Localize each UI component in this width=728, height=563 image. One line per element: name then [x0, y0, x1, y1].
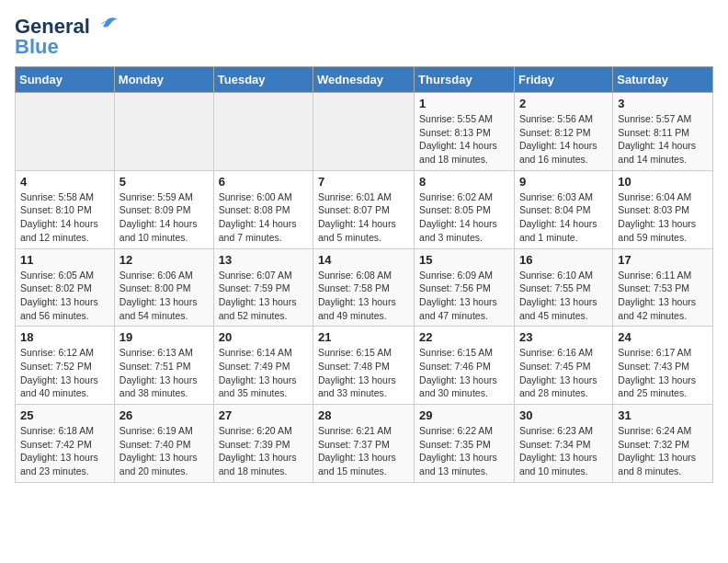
day-info: Sunrise: 5:57 AMSunset: 8:11 PMDaylight:… [618, 112, 708, 167]
day-number: 2 [519, 97, 608, 110]
day-number: 30 [519, 408, 608, 422]
calendar-day-cell: 29Sunrise: 6:22 AMSunset: 7:35 PMDayligh… [415, 405, 515, 483]
weekday-header: Monday [114, 67, 213, 93]
weekday-header: Saturday [613, 67, 713, 93]
calendar-day-cell: 20Sunrise: 6:14 AMSunset: 7:49 PMDayligh… [213, 327, 313, 405]
day-info: Sunrise: 6:09 AMSunset: 7:56 PMDaylight:… [419, 269, 509, 323]
calendar-day-cell: 26Sunrise: 6:19 AMSunset: 7:40 PMDayligh… [114, 405, 213, 483]
calendar-week-row: 18Sunrise: 6:12 AMSunset: 7:52 PMDayligh… [16, 327, 713, 405]
calendar-day-cell: 6Sunrise: 6:00 AMSunset: 8:08 PMDaylight… [213, 170, 313, 248]
day-number: 28 [318, 408, 409, 422]
day-number: 23 [519, 330, 608, 344]
day-number: 22 [419, 330, 509, 344]
calendar-day-cell: 28Sunrise: 6:21 AMSunset: 7:37 PMDayligh… [313, 405, 415, 483]
logo-blue: Blue [15, 35, 59, 59]
day-number: 18 [20, 330, 109, 344]
calendar-day-cell: 19Sunrise: 6:13 AMSunset: 7:51 PMDayligh… [114, 327, 213, 405]
calendar-day-cell: 5Sunrise: 5:59 AMSunset: 8:09 PMDaylight… [114, 170, 213, 248]
calendar-day-cell: 30Sunrise: 6:23 AMSunset: 7:34 PMDayligh… [514, 405, 612, 483]
day-info: Sunrise: 6:07 AMSunset: 7:59 PMDaylight:… [219, 269, 308, 323]
calendar-day-cell: 27Sunrise: 6:20 AMSunset: 7:39 PMDayligh… [213, 405, 313, 483]
day-info: Sunrise: 6:22 AMSunset: 7:35 PMDaylight:… [419, 424, 509, 478]
day-number: 21 [318, 330, 409, 344]
calendar-day-cell: 25Sunrise: 6:18 AMSunset: 7:42 PMDayligh… [16, 405, 115, 483]
day-info: Sunrise: 6:01 AMSunset: 8:07 PMDaylight:… [318, 190, 409, 245]
day-number: 20 [219, 330, 308, 344]
weekday-header: Wednesday [313, 67, 415, 93]
day-info: Sunrise: 6:11 AMSunset: 7:53 PMDaylight:… [618, 269, 708, 323]
day-number: 11 [20, 253, 109, 267]
day-number: 9 [519, 175, 608, 189]
day-info: Sunrise: 6:06 AMSunset: 8:00 PMDaylight:… [119, 269, 209, 323]
day-info: Sunrise: 6:08 AMSunset: 7:58 PMDaylight:… [318, 269, 409, 323]
calendar-day-cell: 16Sunrise: 6:10 AMSunset: 7:55 PMDayligh… [514, 248, 612, 327]
calendar-day-cell: 24Sunrise: 6:17 AMSunset: 7:43 PMDayligh… [613, 327, 713, 405]
day-info: Sunrise: 6:24 AMSunset: 7:32 PMDaylight:… [618, 424, 708, 478]
day-number: 12 [119, 253, 209, 267]
calendar-day-cell: 23Sunrise: 6:16 AMSunset: 7:45 PMDayligh… [514, 327, 612, 405]
day-number: 17 [618, 253, 708, 267]
calendar-week-row: 1Sunrise: 5:55 AMSunset: 8:13 PMDaylight… [16, 93, 713, 171]
calendar-day-cell: 10Sunrise: 6:04 AMSunset: 8:03 PMDayligh… [613, 170, 713, 248]
page-header: General Blue [15, 15, 713, 59]
calendar-day-cell: 1Sunrise: 5:55 AMSunset: 8:13 PMDaylight… [415, 93, 515, 171]
day-number: 19 [119, 330, 209, 344]
day-info: Sunrise: 6:03 AMSunset: 8:04 PMDaylight:… [519, 190, 608, 245]
day-info: Sunrise: 6:20 AMSunset: 7:39 PMDaylight:… [219, 424, 308, 478]
calendar-day-cell: 21Sunrise: 6:15 AMSunset: 7:48 PMDayligh… [313, 327, 415, 405]
day-number: 16 [519, 253, 608, 267]
day-info: Sunrise: 5:55 AMSunset: 8:13 PMDaylight:… [419, 112, 509, 167]
day-number: 13 [219, 253, 308, 267]
day-info: Sunrise: 6:21 AMSunset: 7:37 PMDaylight:… [318, 424, 409, 478]
calendar-day-cell: 17Sunrise: 6:11 AMSunset: 7:53 PMDayligh… [613, 248, 713, 327]
day-number: 4 [20, 175, 109, 189]
calendar-week-row: 4Sunrise: 5:58 AMSunset: 8:10 PMDaylight… [16, 170, 713, 248]
day-info: Sunrise: 6:19 AMSunset: 7:40 PMDaylight:… [119, 424, 209, 478]
calendar-day-cell: 12Sunrise: 6:06 AMSunset: 8:00 PMDayligh… [114, 248, 213, 327]
day-number: 10 [618, 175, 708, 189]
calendar-day-cell [213, 93, 313, 171]
day-info: Sunrise: 6:17 AMSunset: 7:43 PMDaylight:… [618, 346, 708, 400]
day-number: 29 [419, 408, 509, 422]
calendar-day-cell [16, 93, 115, 171]
calendar-day-cell: 18Sunrise: 6:12 AMSunset: 7:52 PMDayligh… [16, 327, 115, 405]
weekday-header: Thursday [415, 67, 515, 93]
day-info: Sunrise: 6:23 AMSunset: 7:34 PMDaylight:… [519, 424, 608, 478]
day-number: 25 [20, 408, 109, 422]
day-info: Sunrise: 6:10 AMSunset: 7:55 PMDaylight:… [519, 269, 608, 323]
calendar-table: SundayMondayTuesdayWednesdayThursdayFrid… [15, 66, 713, 483]
day-info: Sunrise: 6:13 AMSunset: 7:51 PMDaylight:… [119, 346, 209, 400]
calendar-week-row: 25Sunrise: 6:18 AMSunset: 7:42 PMDayligh… [16, 405, 713, 483]
day-number: 27 [219, 408, 308, 422]
calendar-day-cell [114, 93, 213, 171]
day-number: 6 [219, 175, 308, 189]
calendar-day-cell: 11Sunrise: 6:05 AMSunset: 8:02 PMDayligh… [16, 248, 115, 327]
day-info: Sunrise: 6:00 AMSunset: 8:08 PMDaylight:… [219, 190, 308, 245]
weekday-header: Friday [514, 67, 612, 93]
day-info: Sunrise: 6:04 AMSunset: 8:03 PMDaylight:… [618, 190, 708, 245]
calendar-day-cell: 9Sunrise: 6:03 AMSunset: 8:04 PMDaylight… [514, 170, 612, 248]
calendar-day-cell: 14Sunrise: 6:08 AMSunset: 7:58 PMDayligh… [313, 248, 415, 327]
day-info: Sunrise: 5:59 AMSunset: 8:09 PMDaylight:… [119, 190, 209, 245]
weekday-header: Sunday [16, 67, 115, 93]
day-number: 26 [119, 408, 209, 422]
calendar-day-cell: 15Sunrise: 6:09 AMSunset: 7:56 PMDayligh… [415, 248, 515, 327]
day-number: 15 [419, 253, 509, 267]
day-info: Sunrise: 6:15 AMSunset: 7:46 PMDaylight:… [419, 346, 509, 400]
day-info: Sunrise: 5:56 AMSunset: 8:12 PMDaylight:… [519, 112, 608, 167]
calendar-day-cell: 8Sunrise: 6:02 AMSunset: 8:05 PMDaylight… [415, 170, 515, 248]
day-number: 31 [618, 408, 708, 422]
day-info: Sunrise: 6:02 AMSunset: 8:05 PMDaylight:… [419, 190, 509, 245]
day-number: 1 [419, 97, 509, 110]
day-info: Sunrise: 6:16 AMSunset: 7:45 PMDaylight:… [519, 346, 608, 400]
calendar-day-cell: 31Sunrise: 6:24 AMSunset: 7:32 PMDayligh… [613, 405, 713, 483]
day-number: 14 [318, 253, 409, 267]
day-number: 24 [618, 330, 708, 344]
calendar-day-cell: 7Sunrise: 6:01 AMSunset: 8:07 PMDaylight… [313, 170, 415, 248]
weekday-header: Tuesday [213, 67, 313, 93]
calendar-day-cell: 13Sunrise: 6:07 AMSunset: 7:59 PMDayligh… [213, 248, 313, 327]
logo: General Blue [15, 15, 119, 59]
day-number: 5 [119, 175, 209, 189]
day-info: Sunrise: 6:14 AMSunset: 7:49 PMDaylight:… [219, 346, 308, 400]
calendar-day-cell: 2Sunrise: 5:56 AMSunset: 8:12 PMDaylight… [514, 93, 612, 171]
